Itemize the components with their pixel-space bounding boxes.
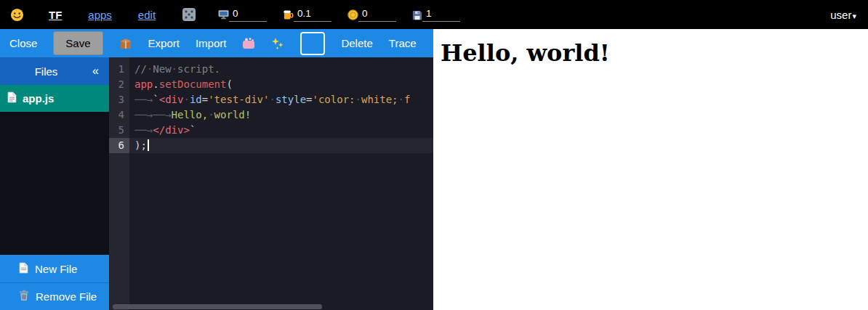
import-button[interactable]: Import bbox=[196, 37, 227, 49]
code-line[interactable]: ); bbox=[129, 138, 433, 153]
soap-icon[interactable] bbox=[242, 37, 255, 49]
preview-heading: Hello, world! bbox=[441, 39, 868, 67]
editor-horizontal-scrollbar[interactable] bbox=[110, 304, 432, 309]
user-menu[interactable]: user▾ bbox=[830, 9, 856, 21]
nav-edit-link[interactable]: edit bbox=[138, 9, 156, 21]
code-line[interactable]: ──→──→Hello,·world! bbox=[129, 107, 433, 123]
coin-stat-field[interactable]: 0 bbox=[358, 8, 396, 22]
line-number: 1 bbox=[109, 62, 129, 77]
line-number: 5 bbox=[109, 123, 129, 138]
editor-toolbar: Close Save Export Import Delete Trace bbox=[0, 29, 433, 57]
empty-swatch-button[interactable] bbox=[300, 32, 325, 55]
file-name: app.js bbox=[23, 92, 54, 105]
beer-stat-field[interactable]: 0.1 bbox=[294, 8, 331, 22]
monitor-stat: 0 bbox=[218, 8, 267, 22]
brand-link[interactable]: TF bbox=[49, 9, 62, 21]
trace-button[interactable]: Trace bbox=[389, 37, 417, 49]
files-panel-header: Files « bbox=[0, 57, 109, 85]
editor-gutter: 123456 bbox=[109, 57, 129, 310]
floppy-stat: 1 bbox=[412, 8, 460, 22]
app-preview: Hello, world! bbox=[433, 29, 868, 310]
files-panel-background bbox=[0, 112, 109, 255]
user-menu-label: user bbox=[830, 9, 851, 21]
coin-icon bbox=[347, 9, 358, 20]
topbar: TF apps edit 0 bbox=[0, 0, 868, 29]
export-button[interactable]: Export bbox=[148, 37, 180, 49]
chevron-down-icon: ▾ bbox=[852, 12, 856, 20]
remove-file-button[interactable]: Remove File bbox=[0, 282, 109, 310]
smiley-logo-icon[interactable] bbox=[10, 8, 24, 22]
line-number: 3 bbox=[109, 92, 129, 107]
floppy-stat-field[interactable]: 1 bbox=[422, 8, 460, 22]
monitor-stat-field[interactable]: 0 bbox=[229, 8, 267, 22]
sparkles-icon[interactable] bbox=[271, 37, 284, 50]
code-editor[interactable]: 123456 //·New·script.app.setDocument(──→… bbox=[109, 57, 433, 310]
new-file-button[interactable]: New File bbox=[0, 255, 109, 282]
file-icon bbox=[7, 91, 17, 105]
remove-file-label: Remove File bbox=[36, 290, 97, 303]
file-item-appjs[interactable]: app.js bbox=[0, 85, 109, 112]
code-line[interactable]: ──→</div>` bbox=[129, 123, 433, 138]
delete-button[interactable]: Delete bbox=[341, 37, 372, 49]
new-file-label: New File bbox=[35, 263, 77, 275]
code-line[interactable]: ──→`<div·id='test-div'·style='color:·whi… bbox=[129, 92, 433, 107]
text-cursor bbox=[148, 139, 149, 151]
save-button[interactable]: Save bbox=[53, 31, 103, 55]
new-file-icon bbox=[19, 262, 28, 276]
monitor-icon bbox=[218, 9, 229, 20]
code-line[interactable]: //·New·script. bbox=[129, 62, 433, 77]
line-number: 4 bbox=[109, 107, 129, 123]
code-line[interactable]: app.setDocument( bbox=[129, 77, 433, 92]
files-panel-title: Files bbox=[0, 65, 92, 78]
beer-icon bbox=[283, 9, 294, 20]
floppy-icon bbox=[412, 10, 422, 20]
editor-code[interactable]: //·New·script.app.setDocument(──→`<div·i… bbox=[129, 57, 433, 310]
coin-stat: 0 bbox=[347, 8, 396, 22]
scrollbar-thumb[interactable] bbox=[113, 304, 322, 309]
collapse-files-button[interactable]: « bbox=[92, 65, 109, 78]
dice-icon[interactable] bbox=[182, 7, 196, 22]
package-icon[interactable] bbox=[119, 37, 132, 50]
trash-icon bbox=[19, 290, 29, 303]
beer-stat: 0.1 bbox=[283, 8, 331, 22]
line-number: 2 bbox=[109, 77, 129, 92]
close-button[interactable]: Close bbox=[9, 37, 37, 49]
nav-apps-link[interactable]: apps bbox=[88, 9, 112, 21]
line-number: 6 bbox=[109, 138, 129, 153]
